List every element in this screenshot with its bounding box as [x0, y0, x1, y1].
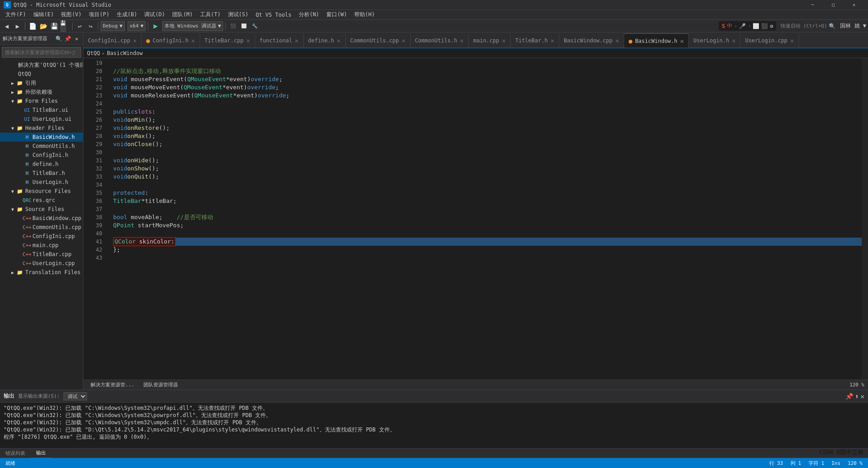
tab-close-button[interactable]: ✕	[295, 37, 298, 44]
menu-item-B[interactable]: 生成(B)	[113, 10, 141, 20]
tab-close-button[interactable]: ✕	[615, 37, 619, 44]
tab-close-button[interactable]: ✕	[732, 37, 736, 44]
editor-tab[interactable]: CommonUtils.cpp✕	[346, 33, 411, 48]
tree-item[interactable]: Hdefine.h	[0, 160, 83, 169]
bottom-tab[interactable]: 团队资源管理器	[140, 380, 182, 390]
tree-item[interactable]: ▼📁Source Files	[0, 205, 83, 214]
output-pin-icon[interactable]: 📌	[845, 393, 853, 400]
menu-item-V[interactable]: 视图(V)	[57, 10, 85, 20]
tree-item[interactable]: ▶📁引用	[0, 78, 83, 87]
minimize-button[interactable]: ─	[802, 0, 823, 10]
output-float-icon[interactable]: ⬆	[855, 393, 859, 400]
menu-item-M[interactable]: 团队(M)	[169, 10, 196, 20]
tab-close-button[interactable]: ✕	[790, 37, 794, 44]
code-content[interactable]: //鼠标点击,移动,释放事件实现窗口移动 void mousePressEven…	[106, 58, 862, 380]
output-tab[interactable]: 错误列表	[0, 448, 31, 458]
tree-item[interactable]: UITitleBar.ui	[0, 106, 83, 115]
tree-arrow: ▶	[9, 79, 16, 87]
sidebar-search-input[interactable]	[2, 47, 81, 58]
menu-item-H[interactable]: 帮助(H)	[351, 10, 379, 20]
menu-item-E[interactable]: 编辑(E)	[30, 10, 58, 20]
tree-item[interactable]: HUserLogin.h	[0, 178, 83, 187]
tree-item[interactable]: 解决方案'QtQQ'(1 个项目)	[0, 60, 83, 69]
editor-tab[interactable]: UserLogin.cpp✕	[740, 33, 799, 48]
tree-item[interactable]: HConfigIni.h	[0, 151, 83, 160]
editor-tab[interactable]: TitleBar.h✕	[511, 33, 559, 48]
editor-tab[interactable]: define.h✕	[304, 33, 346, 48]
editor-tab[interactable]: main.cpp✕	[469, 33, 511, 48]
tree-item[interactable]: C++CommonUtils.cpp	[0, 223, 83, 232]
toolbar-extra-3[interactable]: 🔧	[250, 21, 260, 31]
tab-close-button[interactable]: ✕	[550, 37, 554, 44]
run-button[interactable]: ▶	[151, 21, 160, 31]
toolbar-new-project[interactable]: 📄	[27, 21, 37, 31]
menu-item-W[interactable]: 窗口(W)	[323, 10, 351, 20]
tree-item[interactable]: QtQQ	[0, 69, 83, 78]
tree-item[interactable]: C++TitleBar.cpp	[0, 250, 83, 259]
tree-item[interactable]: ▶📁Translation Files	[0, 268, 83, 277]
toolbar-btn-back[interactable]: ◀	[2, 21, 12, 31]
toolbar-extra-2[interactable]: ⬜	[239, 21, 249, 31]
tree-item[interactable]: ▼📁Header Files	[0, 124, 83, 133]
tab-close-button[interactable]: ✕	[680, 37, 684, 45]
toolbar-btn-forward[interactable]: ▶	[13, 21, 23, 31]
editor-tab[interactable]: functional✕	[255, 33, 304, 48]
tree-item[interactable]: C++main.cpp	[0, 241, 83, 250]
toolbar-extra-1[interactable]: ⬛	[228, 21, 238, 31]
tree-item[interactable]: UIUserLogin.ui	[0, 115, 83, 124]
tree-item[interactable]: HTitleBar.h	[0, 169, 83, 178]
menu-item-N[interactable]: 分析(N)	[295, 10, 323, 20]
editor-tab[interactable]: UserLogin.h✕	[689, 33, 740, 48]
menu-item-F[interactable]: 文件(F)	[2, 10, 30, 20]
bottom-tab[interactable]: 解决方案资源管...	[87, 380, 138, 390]
debug-config-dropdown[interactable]: Debug ▼	[101, 21, 125, 31]
tree-item[interactable]: HCommonUtils.h	[0, 142, 83, 151]
toolbar-open[interactable]: 📂	[38, 21, 48, 31]
editor-tab[interactable]: CommonUtils.h✕	[411, 33, 469, 48]
tree-item[interactable]: C++ConfigIni.cpp	[0, 232, 83, 241]
tab-close-button[interactable]: ✕	[402, 37, 405, 44]
tree-arrow	[16, 170, 23, 177]
editor-tab[interactable]: ●BasicWindow.h✕	[624, 33, 689, 48]
tree-item[interactable]: ▼📁Form Files	[0, 96, 83, 106]
tab-close-button[interactable]: ✕	[133, 37, 137, 44]
tree-item[interactable]: ▶📁外部依赖项	[0, 87, 83, 96]
maximize-button[interactable]: □	[823, 0, 844, 10]
tree-item[interactable]: QRCres.qrc	[0, 196, 83, 205]
toolbar-save[interactable]: 💾	[49, 21, 59, 31]
menu-item-T[interactable]: 工具(T)	[196, 10, 224, 20]
input-method-indicator[interactable]: S 中 · 🎤 · ⬜ ⬛ ⚙	[719, 21, 776, 31]
editor-tab[interactable]: ConfigIni.cpp✕	[83, 33, 142, 48]
tab-close-button[interactable]: ✕	[246, 37, 250, 44]
run-target-dropdown[interactable]: 本地 Windows 调试器 ▼	[162, 21, 223, 31]
output-close-icon[interactable]: ✕	[861, 393, 864, 400]
tab-close-button[interactable]: ✕	[337, 37, 340, 44]
tree-item[interactable]: C++UserLogin.cpp	[0, 259, 83, 268]
menu-item-D[interactable]: 调试(D)	[141, 10, 169, 20]
tab-close-button[interactable]: ✕	[502, 37, 506, 44]
tree-item[interactable]: ▼📁Resource Files	[0, 187, 83, 196]
tree-item[interactable]: C++BasicWindow.cpp	[0, 214, 83, 223]
platform-dropdown[interactable]: x64 ▼	[128, 21, 146, 31]
toolbar-save-all[interactable]: 💾⬛	[60, 21, 70, 31]
editor-tab[interactable]: TitleBar.cpp✕	[200, 33, 255, 48]
editor-tab[interactable]: BasicWindow.cpp✕	[559, 33, 624, 48]
output-tab[interactable]: 输出	[31, 448, 51, 458]
tree-item[interactable]: HBasicWindow.h	[0, 133, 83, 142]
editor-vertical-scrollbar[interactable]	[862, 58, 868, 380]
sidebar-pin-icon[interactable]: 📌	[64, 35, 71, 42]
tab-label: ConfigIni.cpp	[88, 37, 130, 44]
output-source-select[interactable]: 调试	[64, 392, 87, 400]
close-button[interactable]: ✕	[844, 0, 864, 10]
sidebar-close-icon[interactable]: ✕	[73, 35, 80, 42]
menu-item-P[interactable]: 项目(P)	[85, 10, 113, 20]
toolbar-undo[interactable]: ↩	[75, 21, 85, 31]
toolbar-redo[interactable]: ↪	[86, 21, 96, 31]
sidebar-search-icon[interactable]: 🔍	[55, 35, 62, 42]
editor-tab[interactable]: ●ConfigIni.h✕	[142, 33, 200, 48]
search-icon[interactable]: 🔍	[829, 23, 836, 29]
tab-close-button[interactable]: ✕	[460, 37, 464, 44]
menu-item-QtVSTools[interactable]: Qt VS Tools	[252, 10, 295, 20]
menu-item-S[interactable]: 测试(S)	[224, 10, 252, 20]
tab-close-button[interactable]: ✕	[191, 37, 195, 44]
